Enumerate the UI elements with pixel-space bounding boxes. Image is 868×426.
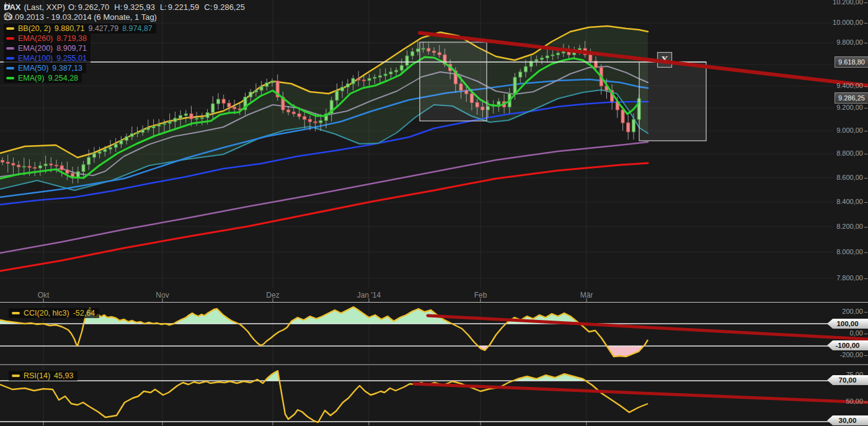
axis-label: 9.400,00 <box>826 82 863 89</box>
legend-value: 9.387,13 <box>52 64 82 73</box>
clock-icon <box>4 12 12 20</box>
legend-label: BB(20, 2) <box>18 24 51 33</box>
ohlc-values: O:9.262,70H:9.325,93L:9.221,59C:9.286,25 <box>68 2 249 12</box>
ohlc-value: 9.286,25 <box>213 2 245 12</box>
month-label-mr: Mär <box>580 291 593 300</box>
axis-label: -200,00 <box>826 351 863 358</box>
month-label-jan14: Jan '14 <box>357 291 381 300</box>
cci-legend[interactable]: CCI(20, hlc3) -52,64 <box>9 308 99 318</box>
axis-label: 8.200,00 <box>826 223 863 230</box>
axis-tick <box>864 402 867 402</box>
axis-tick <box>864 154 867 154</box>
ohlc-key: H: <box>114 2 122 12</box>
legend-label: EMA(50) <box>18 64 48 73</box>
axis-tick <box>864 227 867 228</box>
legend-row-ema-200-[interactable]: EMA(200)8.909,71 <box>4 43 91 53</box>
axis-label: 9.200,00 <box>826 104 863 111</box>
axis-tick <box>864 43 867 43</box>
ohlc-value: 9.325,93 <box>123 2 155 12</box>
axis-tick <box>864 278 867 279</box>
selection-rect-1[interactable] <box>420 42 487 121</box>
trendline-rsi[interactable] <box>414 384 868 402</box>
level-tag[interactable]: -100,00 <box>827 340 868 350</box>
legend-label: EMA(100) <box>18 54 53 63</box>
rsi-legend[interactable]: RSI(14) 45,93 <box>9 371 78 381</box>
legend-label: EMA(200) <box>18 44 53 53</box>
axis-tick <box>864 355 867 356</box>
legend-swatch <box>6 67 14 69</box>
month-label-dez: Dez <box>266 291 279 300</box>
ohlc-value: 9.221,59 <box>168 2 200 12</box>
legend-value: 8.909,71 <box>56 44 87 53</box>
legend-value: 8.974,87 <box>122 24 153 33</box>
axis-label: 8.000,00 <box>826 248 863 255</box>
rsi-swatch <box>12 375 20 377</box>
legend-value: 9.880,71 <box>55 24 85 33</box>
legend-value: 9.255,01 <box>56 54 87 63</box>
level-tag[interactable]: 30,00 <box>827 415 868 425</box>
axis-label: 10.200,00 <box>826 0 863 6</box>
axis-label: 0,00 <box>826 329 863 337</box>
trading-chart-window: X DAX (Last, XXP) O:9.262,70H:9.325,93L:… <box>0 0 868 426</box>
axis-label: 7.800,00 <box>826 274 863 282</box>
cci-value: -52,64 <box>73 309 95 317</box>
symbol-session: (Last, XXP) <box>24 2 64 12</box>
date-range-text: 19.09.2013 - 19.03.2014 (6 Monate, 1 Tag… <box>4 12 157 22</box>
legend-swatch <box>6 27 14 30</box>
month-label-feb: Feb <box>474 291 487 300</box>
legend-label: EMA(260) <box>18 34 53 43</box>
axis-label: 8.600,00 <box>826 174 863 181</box>
legend-row-ema-50-[interactable]: EMA(50)9.387,13 <box>4 63 86 73</box>
legend-row-ema-100-[interactable]: EMA(100)9.255,01 <box>4 53 91 63</box>
axis-tick <box>864 252 867 253</box>
axis-tick <box>864 2 867 3</box>
selection-rect-2[interactable] <box>639 62 706 141</box>
legend-row-ema-260-[interactable]: EMA(260)8.719,38 <box>4 33 91 43</box>
month-label-nov: Nov <box>156 291 169 300</box>
axis-tick <box>864 202 867 203</box>
axis-label: 200,00 <box>826 308 863 315</box>
candlestick-icon <box>4 2 12 11</box>
price-tag[interactable]: 9.286,25 <box>835 92 868 104</box>
legend-value: 8.719,38 <box>56 34 87 43</box>
month-label-okt: Okt <box>38 291 50 300</box>
level-tag[interactable]: 100,00 <box>827 319 868 329</box>
ohlc-key: L: <box>160 2 167 12</box>
cci-label: CCI(20, hlc3) <box>24 309 69 317</box>
instrument-header: DAX (Last, XXP) O:9.262,70H:9.325,93L:9.… <box>4 2 249 12</box>
legend-row-ema-9-[interactable]: EMA(9)9.254,28 <box>4 73 82 83</box>
legend-swatch <box>6 57 14 60</box>
axis-label: 50,00 <box>826 397 863 405</box>
legend-label: EMA(9) <box>18 74 44 82</box>
ohlc-key: O: <box>68 2 77 12</box>
price-tag[interactable]: 9.618,80 <box>835 56 868 68</box>
legend-swatch <box>6 47 14 50</box>
axis-tick <box>864 178 867 179</box>
legend-swatch <box>6 37 14 40</box>
legend-row-bb-20-2-[interactable]: BB(20, 2)9.880,719.427,798.974,87 <box>4 24 156 33</box>
rsi-overbought-fill <box>0 371 648 422</box>
axis-label: 9.800,00 <box>826 38 863 46</box>
trendline-cci[interactable] <box>428 316 868 339</box>
axis-tick <box>864 23 867 24</box>
cci-swatch <box>12 312 20 314</box>
axis-label: 8.800,00 <box>826 149 863 157</box>
ohlc-value: 9.262,70 <box>78 2 110 12</box>
axis-tick <box>864 108 867 109</box>
chart-canvas[interactable]: X <box>0 0 868 426</box>
axis-label: 8.400,00 <box>826 198 863 205</box>
legend-swatch <box>6 77 14 79</box>
level-tag[interactable]: 70,00 <box>827 375 868 385</box>
ohlc-key: C: <box>204 2 212 12</box>
axis-label: 9.000,00 <box>826 126 863 134</box>
rsi-label: RSI(14) <box>24 371 50 380</box>
axis-tick <box>864 86 867 87</box>
axis-tick <box>864 312 867 313</box>
axis-label: 10.000,00 <box>826 19 863 26</box>
date-range-header: 19.09.2013 - 19.03.2014 (6 Monate, 1 Tag… <box>4 12 157 22</box>
legend-value: 9.254,28 <box>48 74 78 82</box>
axis-tick <box>864 131 867 131</box>
legend-value: 9.427,79 <box>88 24 118 33</box>
rsi-value: 45,93 <box>54 371 73 380</box>
axis-tick <box>864 334 867 334</box>
